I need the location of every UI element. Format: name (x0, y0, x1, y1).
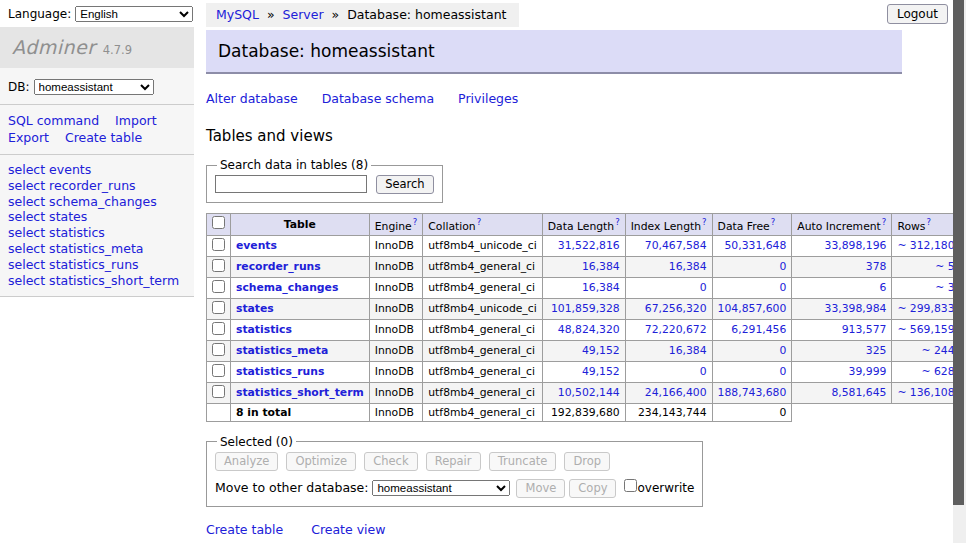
scrollbar-thumb[interactable] (953, 0, 964, 505)
copy-button[interactable]: Copy (569, 479, 616, 498)
table-link-statistics[interactable]: statistics (236, 323, 292, 336)
row-checkbox[interactable] (212, 238, 225, 251)
data-free-cell: 50,331,648 (712, 235, 792, 256)
breadcrumb-server-link[interactable]: Server (283, 7, 324, 22)
row-checkbox[interactable] (212, 343, 225, 356)
optimize-button[interactable]: Optimize (286, 452, 356, 471)
sidebar-item-select-statistics-runs[interactable]: select statistics_runs (8, 257, 186, 273)
auto-increment-help-icon[interactable]: ? (882, 217, 887, 227)
overwrite-checkbox[interactable] (624, 479, 637, 492)
sidebar-item-select-statistics-short-term[interactable]: select statistics_short_term (8, 273, 186, 289)
table-link-recorder-runs[interactable]: recorder_runs (236, 260, 321, 273)
check-button[interactable]: Check (364, 452, 417, 471)
data-free-cell: 188,743,680 (712, 382, 792, 403)
analyze-button[interactable]: Analyze (215, 452, 278, 471)
data-length-cell: 49,152 (542, 361, 625, 382)
database-action-links: Alter database Database schema Privilege… (206, 91, 902, 106)
rows-cell: ~ 5 (892, 256, 960, 277)
table-link-statistics-short-term[interactable]: statistics_short_term (236, 386, 364, 399)
engine-help-icon[interactable]: ? (413, 217, 418, 227)
table-row: statistics_meta InnoDB utf8mb4_general_c… (207, 340, 966, 361)
sidebar-item-select-statistics-meta[interactable]: select statistics_meta (8, 241, 186, 257)
index-length-cell: 0 (625, 361, 712, 382)
table-link-schema-changes[interactable]: schema_changes (236, 281, 338, 294)
row-checkbox[interactable] (212, 280, 225, 293)
language-select[interactable]: English (75, 6, 193, 22)
drop-button[interactable]: Drop (564, 452, 610, 471)
engine-cell: InnoDB (369, 361, 423, 382)
auto-increment-cell: 325 (792, 340, 892, 361)
search-input[interactable] (215, 175, 367, 193)
database-schema-link[interactable]: Database schema (322, 91, 434, 106)
move-button[interactable]: Move (516, 479, 565, 498)
data-free-cell: 6,291,456 (712, 319, 792, 340)
table-row: events InnoDB utf8mb4_unicode_ci 31,522,… (207, 235, 966, 256)
row-checkbox[interactable] (212, 301, 225, 314)
select-all-checkbox[interactable] (212, 216, 225, 229)
row-checkbox[interactable] (212, 259, 225, 272)
move-label: Move to other database: (215, 480, 368, 495)
breadcrumb-separator: » (332, 7, 340, 22)
data-free-help-icon[interactable]: ? (771, 217, 776, 227)
rows-help-icon[interactable]: ? (926, 217, 931, 227)
sidebar-item-select-schema-changes[interactable]: select schema_changes (8, 194, 186, 210)
repair-button[interactable]: Repair (426, 452, 481, 471)
data-free-cell: 0 (712, 256, 792, 277)
breadcrumb: MySQL » Server » Database: homeassistant (206, 3, 519, 27)
page-title: Database: homeassistant (206, 30, 902, 74)
col-auto-increment: Auto Increment? (792, 214, 892, 236)
create-table-link-sidebar[interactable]: Create table (65, 130, 142, 145)
col-rows: Rows? (892, 214, 960, 236)
move-db-select[interactable]: homeassistant (372, 480, 510, 496)
index-length-help-icon[interactable]: ? (702, 217, 707, 227)
language-row: Language:English (0, 0, 194, 27)
sql-command-link[interactable]: SQL command (8, 113, 99, 128)
data-length-cell: 48,824,320 (542, 319, 625, 340)
table-link-statistics-meta[interactable]: statistics_meta (236, 344, 328, 357)
table-link-states[interactable]: states (236, 302, 274, 315)
sidebar-item-select-events[interactable]: select events (8, 162, 186, 178)
export-link[interactable]: Export (8, 130, 49, 145)
row-checkbox[interactable] (212, 385, 225, 398)
auto-increment-cell: 33,398,984 (792, 298, 892, 319)
logout-button[interactable]: Logout (887, 4, 948, 24)
breadcrumb-separator: » (267, 7, 275, 22)
language-label: Language: (8, 7, 71, 21)
data-length-help-icon[interactable]: ? (615, 217, 620, 227)
search-button[interactable]: Search (376, 175, 434, 194)
collation-help-icon[interactable]: ? (477, 217, 482, 227)
alter-database-link[interactable]: Alter database (206, 91, 298, 106)
db-label: DB: (8, 80, 30, 94)
truncate-button[interactable]: Truncate (489, 452, 557, 471)
privileges-link[interactable]: Privileges (458, 91, 518, 106)
page-scrollbar[interactable] (953, 0, 966, 543)
sidebar-item-select-states[interactable]: select states (8, 209, 186, 225)
index-length-cell: 24,166,400 (625, 382, 712, 403)
rows-cell: ~ 136,108 (892, 382, 960, 403)
breadcrumb-current: Database: homeassistant (347, 7, 506, 22)
db-select[interactable]: homeassistant (34, 79, 154, 95)
table-link-events[interactable]: events (236, 239, 277, 252)
rows-cell: ~ 244 (892, 340, 960, 361)
engine-cell: InnoDB (369, 319, 423, 340)
create-table-link[interactable]: Create table (206, 522, 283, 537)
auto-increment-cell: 39,999 (792, 361, 892, 382)
row-checkbox[interactable] (212, 364, 225, 377)
table-row: statistics InnoDB utf8mb4_general_ci 48,… (207, 319, 966, 340)
table-link-statistics-runs[interactable]: statistics_runs (236, 365, 324, 378)
tables-list: Table Engine? Collation? Data Length? In… (206, 213, 966, 422)
sidebar-item-select-statistics[interactable]: select statistics (8, 225, 186, 241)
col-data-length: Data Length? (542, 214, 625, 236)
sidebar-item-select-recorder-runs[interactable]: select recorder_runs (8, 178, 186, 194)
create-view-link[interactable]: Create view (311, 522, 385, 537)
breadcrumb-mysql-link[interactable]: MySQL (216, 7, 259, 22)
rows-cell: ~ 312,180 (892, 235, 960, 256)
overwrite-option[interactable]: overwrite (624, 481, 694, 495)
rows-cell: ~ 299,833 (892, 298, 960, 319)
row-checkbox[interactable] (212, 322, 225, 335)
collation-cell: utf8mb4_general_ci (423, 277, 542, 298)
app-version: 4.7.9 (103, 43, 132, 57)
data-free-cell: 0 (712, 277, 792, 298)
search-fieldset: Search data in tables (8) Search (206, 158, 443, 203)
import-link[interactable]: Import (115, 113, 157, 128)
